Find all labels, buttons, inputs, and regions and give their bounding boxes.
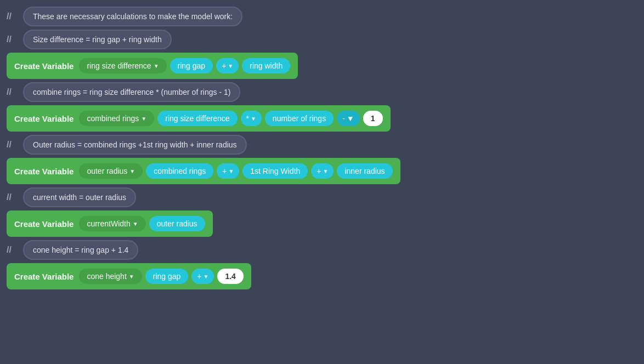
op-arrow-3: ▼ [347,114,354,123]
op-arrow-1: ▼ [228,63,233,69]
var-pill-ring-size-difference[interactable]: ring size difference ▼ [79,58,166,73]
comment-prefix-6: // [7,245,19,255]
comment-prefix-3: // [7,87,19,97]
comment-row-4: // Outer radius = combined rings +1st ri… [7,135,637,155]
comment-bubble-5: current width = outer radius [23,187,136,207]
dropdown-arrow-4: ▼ [133,221,138,227]
value-1st-ring-width[interactable]: 1st Ring Width [242,163,308,179]
number-1: 1 [363,111,383,126]
dropdown-arrow-3: ▼ [129,168,135,174]
comment-row-6: // cone height = ring gap + 1.4 [7,240,637,260]
op-arrow-2: ▼ [251,116,256,122]
op-arrow-6: ▼ [204,274,209,280]
create-variable-label-2: Create Variable [14,114,74,123]
dropdown-arrow: ▼ [154,63,159,69]
op-plus-3[interactable]: + ▼ [311,163,334,179]
code-blocks-container: // These are necessary calculations to m… [7,7,637,292]
comment-prefix-4: // [7,140,19,150]
create-var-row-1: Create Variable ring size difference ▼ r… [7,53,298,79]
value-number-of-rings[interactable]: number of rings [265,111,334,126]
create-var-row-3: Create Variable outer radius ▼ combined … [7,158,400,184]
comment-row-5: // current width = outer radius [7,187,637,207]
create-var-row-5: Create Variable cone height ▼ ring gap +… [7,263,251,289]
op-arrow-4: ▼ [228,168,234,174]
op-plus-1[interactable]: + ▼ [216,58,239,73]
value-outer-radius-2[interactable]: outer radius [149,216,205,231]
var-pill-outer-radius[interactable]: outer radius ▼ [79,163,143,179]
create-variable-label-1: Create Variable [14,61,74,71]
value-combined-rings[interactable]: combined rings [146,163,213,179]
var-pill-combined-rings[interactable]: combined rings ▼ [79,111,154,126]
create-variable-label-5: Create Variable [14,272,74,281]
value-ring-gap-1[interactable]: ring gap [170,58,213,73]
comment-prefix-2: // [7,35,19,44]
value-ring-gap-2[interactable]: ring gap [145,269,189,284]
comment-bubble-6: cone height = ring gap + 1.4 [23,240,138,260]
var-pill-cone-height[interactable]: cone height ▼ [79,269,142,284]
dropdown-arrow-2: ▼ [141,116,146,122]
value-ring-width-1[interactable]: ring width [242,58,290,73]
create-var-row-2: Create Variable combined rings ▼ ring si… [7,105,391,132]
op-plus-2[interactable]: + ▼ [217,163,239,179]
value-inner-radius[interactable]: inner radius [337,163,392,179]
op-arrow-5: ▼ [323,168,329,174]
create-variable-label-3: Create Variable [14,167,74,176]
op-multiply[interactable]: * ▼ [241,111,262,126]
create-variable-label-4: Create Variable [14,219,74,229]
dropdown-arrow-5: ▼ [129,274,134,280]
comment-bubble-4: Outer radius = combined rings +1st ring … [23,135,247,155]
value-ring-size-diff[interactable]: ring size difference [157,111,237,126]
op-plus-4[interactable]: + ▼ [191,269,214,284]
comment-prefix: // [7,12,19,21]
op-subtract[interactable]: - ▼ [337,111,360,126]
comment-bubble-1: These are necessary calculations to make… [23,7,242,26]
var-pill-current-width[interactable]: currentWidth ▼ [79,216,145,231]
comment-row-2: // Size difference = ring gap + ring wid… [7,30,637,49]
create-var-row-4: Create Variable currentWidth ▼ outer rad… [7,211,213,237]
comment-row-1: // These are necessary calculations to m… [7,7,637,26]
number-1-4: 1.4 [217,269,243,284]
comment-row-3: // combine rings = ring size difference … [7,82,637,102]
comment-prefix-5: // [7,192,19,202]
comment-bubble-3: combine rings = ring size difference * (… [23,82,240,102]
comment-bubble-2: Size difference = ring gap + ring width [23,30,172,49]
